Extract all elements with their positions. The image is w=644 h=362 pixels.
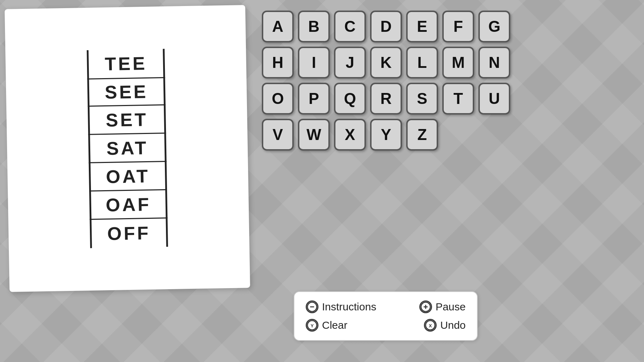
key-B[interactable]: B [298, 11, 330, 42]
keyboard-row-3: O P Q R S T U [262, 83, 510, 115]
undo-button[interactable]: X Undo [424, 319, 466, 332]
key-Z[interactable]: Z [406, 119, 438, 151]
key-E[interactable]: E [406, 11, 438, 42]
word-see: SEE [87, 77, 166, 107]
keyboard-row-2: H I J K L M N [262, 47, 510, 78]
key-V[interactable]: V [262, 119, 294, 151]
key-U[interactable]: U [478, 83, 510, 115]
key-S[interactable]: S [406, 83, 438, 115]
svg-text:Y: Y [311, 323, 314, 328]
clear-label: Clear [322, 319, 347, 331]
clear-button[interactable]: Y Clear [306, 319, 347, 332]
instructions-button[interactable]: Instructions [306, 300, 376, 313]
key-W[interactable]: W [298, 119, 330, 151]
word-ladder: TEE SEE SET SAT OAT OAF OFF [87, 49, 168, 248]
key-N[interactable]: N [478, 47, 510, 78]
key-C[interactable]: C [334, 11, 366, 42]
key-F[interactable]: F [442, 11, 474, 42]
key-Y[interactable]: Y [370, 119, 402, 151]
key-G[interactable]: G [478, 11, 510, 42]
controls-row-2: Y Clear X Undo [306, 319, 466, 332]
pause-label: Pause [436, 301, 466, 313]
key-P[interactable]: P [298, 83, 330, 115]
controls-row-1: Instructions Pause [306, 300, 466, 313]
controls-panel: Instructions Pause Y Clear [294, 291, 478, 341]
key-X[interactable]: X [334, 119, 366, 151]
key-M[interactable]: M [442, 47, 474, 78]
key-D[interactable]: D [370, 11, 402, 42]
key-O[interactable]: O [262, 83, 294, 115]
word-sat: SAT [88, 134, 166, 163]
key-J[interactable]: J [334, 47, 366, 78]
undo-label: Undo [440, 319, 466, 331]
word-off: OFF [90, 218, 168, 248]
keyboard-area: A B C D E F G H I J K L M N O P Q R S T … [262, 11, 510, 155]
word-oaf: OAF [89, 190, 167, 220]
instructions-label: Instructions [322, 301, 376, 313]
svg-text:X: X [429, 323, 432, 328]
word-set: SET [88, 105, 166, 135]
clear-icon: Y [306, 319, 318, 332]
key-T[interactable]: T [442, 83, 474, 115]
key-A[interactable]: A [262, 11, 294, 42]
paper-card: TEE SEE SET SAT OAT OAF OFF [5, 5, 250, 292]
word-tee: TEE [87, 49, 165, 78]
key-L[interactable]: L [406, 47, 438, 78]
keyboard-row-1: A B C D E F G [262, 11, 510, 42]
pause-button[interactable]: Pause [419, 300, 466, 313]
key-Q[interactable]: Q [334, 83, 366, 115]
key-I[interactable]: I [298, 47, 330, 78]
keyboard-row-4: V W X Y Z [262, 119, 510, 151]
instructions-icon [306, 300, 318, 313]
undo-icon: X [424, 319, 437, 332]
pause-icon [419, 300, 432, 313]
key-R[interactable]: R [370, 83, 402, 115]
key-K[interactable]: K [370, 47, 402, 78]
word-oat: OAT [89, 162, 167, 192]
key-H[interactable]: H [262, 47, 294, 78]
